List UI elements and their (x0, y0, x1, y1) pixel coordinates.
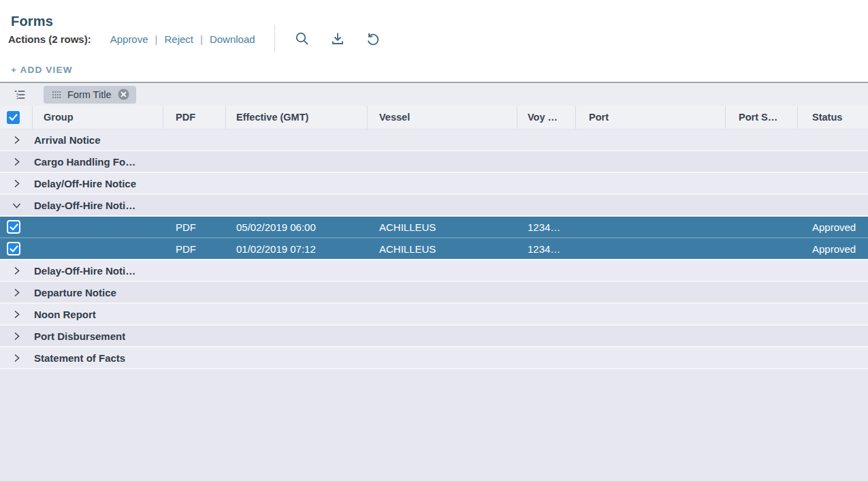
cell-status: Approved (798, 217, 868, 237)
row-select-cell (0, 217, 33, 237)
actions-count-label: Actions (2 rows): (8, 33, 91, 45)
group-row[interactable]: Port Disbursement (0, 326, 868, 347)
chip-close-icon[interactable] (118, 89, 129, 100)
add-view-button[interactable]: + ADD VIEW (11, 65, 73, 75)
row-checkbox[interactable] (7, 242, 20, 255)
group-label: Noon Report (33, 309, 96, 320)
column-header-group[interactable]: Group (33, 106, 163, 129)
toolbar-divider (274, 25, 275, 52)
cell-voyage: 1234… (517, 238, 576, 259)
download-button[interactable]: Download (206, 33, 259, 45)
chevron-down-icon[interactable] (0, 200, 33, 211)
approve-button[interactable]: Approve (106, 33, 152, 45)
group-label: Delay-Off-Hire Noti… (33, 265, 135, 277)
group-row[interactable]: Cargo Handling Fo… (0, 151, 868, 173)
cell-pdf: PDF (163, 217, 226, 237)
cell-port (576, 238, 726, 259)
group-label: Departure Notice (33, 287, 116, 298)
group-row[interactable]: Departure Notice (0, 282, 868, 304)
group-row[interactable]: Delay-Off-Hire Noti… (0, 195, 868, 217)
group-label: Delay/Off-Hire Notice (33, 178, 136, 189)
chevron-right-icon[interactable] (0, 288, 33, 298)
chevron-right-icon[interactable] (0, 135, 33, 145)
cell-effective: 05/02/2019 06:00 (226, 217, 368, 237)
group-row[interactable]: Noon Report (0, 304, 868, 326)
group-row[interactable]: Delay-Off-Hire Noti… (0, 260, 868, 282)
group-chip-label: Form Title (67, 89, 111, 100)
cell-group (33, 217, 163, 237)
pdf-link[interactable]: PDF (176, 243, 196, 255)
cell-vessel: ACHILLEUS (368, 238, 517, 259)
undo-icon[interactable] (364, 30, 382, 48)
form-row[interactable]: PDF01/02/2019 07:12ACHILLEUS1234…Approve… (0, 238, 868, 260)
search-icon[interactable] (293, 30, 311, 48)
actions-bar: Actions (2 rows): Approve | Reject | Dow… (8, 27, 391, 50)
chevron-right-icon[interactable] (0, 309, 33, 320)
group-label: Statement of Facts (33, 352, 125, 364)
column-header-voyage[interactable]: Voy … (517, 106, 576, 129)
chevron-right-icon[interactable] (0, 266, 33, 276)
group-by-bar: Form Title (0, 83, 868, 106)
group-row[interactable]: Statement of Facts (0, 347, 868, 369)
action-separator: | (197, 33, 206, 45)
cell-port_s (726, 238, 798, 259)
form-row[interactable]: PDF05/02/2019 06:00ACHILLEUS1234…Approve… (0, 217, 868, 238)
group-row[interactable]: Delay/Off-Hire Notice (0, 173, 868, 195)
column-header-status[interactable]: Status (798, 106, 868, 129)
download-icon[interactable] (329, 30, 347, 48)
row-select-cell (0, 238, 33, 259)
cell-voyage: 1234… (517, 217, 576, 237)
column-header-port[interactable]: Port (576, 106, 726, 129)
select-all-checkbox[interactable] (7, 111, 20, 124)
column-header-port-s[interactable]: Port S… (726, 106, 798, 129)
action-separator: | (152, 33, 161, 45)
pdf-link[interactable]: PDF (176, 221, 196, 233)
group-label: Cargo Handling Fo… (33, 156, 135, 168)
group-label: Delay-Off-Hire Noti… (33, 200, 135, 211)
chevron-right-icon[interactable] (0, 353, 33, 363)
cell-vessel: ACHILLEUS (368, 217, 517, 237)
cell-status: Approved (798, 238, 868, 259)
cell-pdf: PDF (163, 238, 226, 259)
column-header-pdf[interactable]: PDF (163, 106, 226, 129)
cell-port (576, 217, 726, 237)
table-body: Arrival NoticeCargo Handling Fo…Delay/Of… (0, 129, 868, 369)
cell-port_s (726, 217, 798, 237)
chevron-right-icon[interactable] (0, 179, 33, 189)
table-header-row: Group PDF Effective (GMT) Vessel Voy … P… (0, 106, 868, 129)
reject-button[interactable]: Reject (160, 33, 197, 45)
chevron-right-icon[interactable] (0, 331, 33, 341)
group-row[interactable]: Arrival Notice (0, 129, 868, 151)
cell-group (33, 238, 163, 259)
group-panel-icon[interactable] (10, 86, 30, 104)
chevron-right-icon[interactable] (0, 157, 33, 167)
column-header-effective[interactable]: Effective (GMT) (226, 106, 368, 129)
forms-grid: Form Title Group PDF Effective (GMT) Ves… (0, 82, 868, 481)
column-header-vessel[interactable]: Vessel (368, 106, 517, 129)
header-select-cell (0, 106, 33, 129)
row-checkbox[interactable] (7, 220, 20, 234)
group-label: Port Disbursement (33, 330, 125, 342)
drag-handle-icon[interactable] (52, 91, 61, 99)
group-label: Arrival Notice (33, 134, 101, 146)
cell-effective: 01/02/2019 07:12 (226, 238, 368, 259)
group-chip-form-title[interactable]: Form Title (44, 86, 136, 104)
